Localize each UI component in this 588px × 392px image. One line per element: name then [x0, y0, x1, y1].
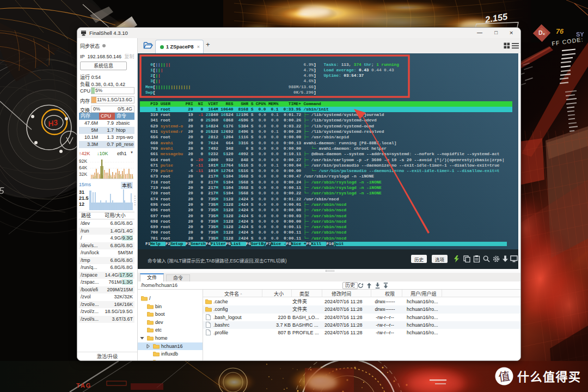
svg-text:值: 值	[497, 367, 511, 385]
svg-text:5: 5	[0, 186, 4, 196]
svg-text:D₂: D₂	[538, 29, 546, 36]
svg-text:TAG: TAG	[76, 382, 91, 389]
svg-text:76: 76	[556, 28, 564, 35]
svg-text:什么值得买: 什么值得买	[517, 367, 581, 384]
